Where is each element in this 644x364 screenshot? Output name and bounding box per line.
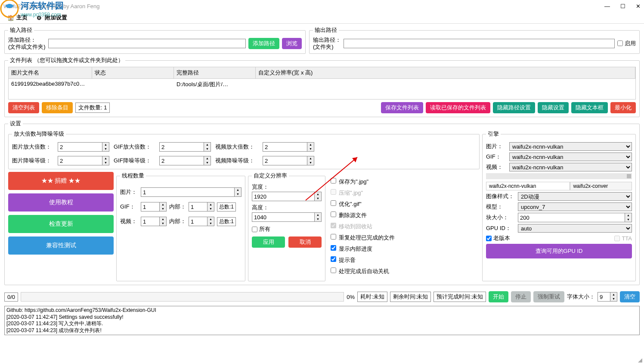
- save-list-button[interactable]: 保存文件列表: [381, 102, 423, 113]
- output-enable-checkbox[interactable]: 启用: [617, 40, 636, 47]
- optimize-gif-checkbox[interactable]: 优化".gif": [331, 200, 477, 208]
- compress-jpg-checkbox: 压缩".jpg": [331, 189, 477, 197]
- engine-gif-label: GIF：: [486, 153, 507, 161]
- read-list-button[interactable]: 读取已保存的文件列表: [426, 102, 490, 113]
- donate-button[interactable]: ★★ 捐赠 ★★: [8, 172, 114, 190]
- force-retry-button[interactable]: 强制重试: [533, 291, 564, 302]
- query-gpu-button[interactable]: 查询可用的GPU ID: [486, 244, 632, 258]
- hide-textbox-button[interactable]: 隐藏文本框: [571, 102, 608, 113]
- vid-dn-label: 视频降噪等级：: [215, 157, 258, 165]
- all-checkbox[interactable]: 所有: [252, 225, 322, 233]
- reprocess-checkbox[interactable]: 重复处理已完成的文件: [331, 234, 477, 242]
- auto-shutdown-checkbox[interactable]: 处理完成后自动关机: [331, 268, 477, 275]
- thread-gif-int-spinner[interactable]: ▲▼: [189, 202, 214, 212]
- tutorial-button[interactable]: 使用教程: [8, 193, 114, 212]
- options-group: 保存为".jpg" 压缩".jpg" 优化".gif" 删除源文件 移动到回收站…: [328, 172, 480, 281]
- engine-img-select[interactable]: waifu2x-ncnn-vulkan: [509, 142, 632, 151]
- thread-img-spinner[interactable]: ▲▼: [141, 187, 242, 197]
- check-update-button[interactable]: 检查更新: [8, 215, 114, 233]
- minimize-button[interactable]: 最小化: [610, 102, 636, 113]
- input-path-group: 输入路径 添加路径： (文件或文件夹) 添加路径 浏览: [4, 26, 306, 54]
- start-button[interactable]: 开始: [489, 291, 508, 302]
- stop-button[interactable]: 停止: [511, 291, 531, 302]
- thread-vid-spinner[interactable]: ▲▼: [141, 217, 167, 226]
- minimize-icon[interactable]: —: [604, 3, 610, 9]
- col-path: 完整路径: [174, 67, 256, 78]
- engine-img-label: 图片：: [486, 143, 507, 150]
- file-table-header: 图片文件名 状态 完整路径 自定义分辨率(宽 x 高): [8, 67, 636, 79]
- log-line: [2020-03-07 11:42:47] Settings saved suc…: [6, 314, 638, 321]
- vid-dn-spinner[interactable]: ▲▼: [263, 156, 314, 165]
- statusbar: ◢: [0, 337, 644, 345]
- style-select[interactable]: 2D动漫: [518, 192, 632, 201]
- img-dn-spinner[interactable]: ▲▼: [58, 156, 109, 165]
- remove-item-button[interactable]: 移除条目: [42, 102, 73, 113]
- vid-scale-spinner[interactable]: ▲▼: [263, 142, 314, 152]
- height-spinner[interactable]: ▲▼: [252, 212, 322, 222]
- oldver-checkbox[interactable]: 老版本: [486, 234, 510, 242]
- thread-gif-int-label: 内部：: [169, 203, 186, 211]
- threads-group: 线程数量 图片： ▲▼ GIF： ▲▼ 内部： ▲▼ 总数:1: [116, 172, 245, 281]
- file-table-body[interactable]: 61991992bea6be3897b7c0… D:/tools/桌面/图片/…: [8, 79, 636, 100]
- table-row[interactable]: 61991992bea6be3897b7c0… D:/tools/桌面/图片/…: [9, 79, 635, 90]
- window-title: Waifu2x-Extension-GUI by Aaron Feng: [3, 3, 100, 9]
- engine-tab-vulkan[interactable]: waifu2x-ncnn-vulkan: [486, 182, 570, 190]
- col-status: 状态: [92, 67, 174, 78]
- file-count: 文件数量: 1: [75, 103, 110, 113]
- cancel-button[interactable]: 取消: [288, 236, 322, 248]
- add-path-button[interactable]: 添加路径: [248, 38, 279, 49]
- browse-button[interactable]: 浏览: [282, 38, 302, 49]
- compat-test-button[interactable]: 兼容性测试: [8, 236, 114, 255]
- thread-vid-int-label: 内部：: [169, 218, 186, 225]
- engine-vid-select[interactable]: waifu2x-ncnn-vulkan: [509, 163, 632, 171]
- resize-grip-icon[interactable]: ◢: [638, 357, 642, 363]
- hide-path-button[interactable]: 隐藏路径设置: [493, 102, 535, 113]
- del-src-checkbox[interactable]: 删除源文件: [331, 212, 477, 219]
- engine-tab-converter[interactable]: waifu2x-conver: [570, 182, 632, 190]
- gif-scale-spinner[interactable]: ▲▼: [159, 142, 211, 152]
- engine-subtabs: waifu2x-ncnn-vulkan waifu2x-conver: [486, 182, 632, 190]
- clear-log-button[interactable]: 清空: [620, 291, 640, 302]
- width-spinner[interactable]: ▲▼: [252, 192, 322, 201]
- progress-percent: 0%: [347, 294, 355, 300]
- gif-dn-label: GIF降噪等级：: [114, 157, 155, 165]
- save-jpg-checkbox[interactable]: 保存为".jpg": [331, 178, 477, 186]
- engine-legend: 引擎: [486, 130, 501, 138]
- img-scale-spinner[interactable]: ▲▼: [58, 142, 109, 152]
- tta-checkbox: TTA: [614, 235, 632, 242]
- apply-button[interactable]: 应用: [252, 236, 285, 248]
- model-select[interactable]: upconv_7: [518, 202, 632, 211]
- log-line: [2020-03-07 11:44:23] 写入文件中,请稍等.: [6, 320, 638, 327]
- col-filename: 图片文件名: [9, 67, 92, 78]
- log-line: Github: https://github.com/AaronFeng753/…: [6, 307, 638, 314]
- elapsed-time: 耗时:未知: [357, 292, 387, 302]
- scroll-hint[interactable]: [486, 173, 632, 179]
- block-spinner[interactable]: ▲▼: [518, 213, 632, 222]
- tab-extra[interactable]: ⚙ 附加设置: [32, 12, 71, 23]
- model-label: 模型：: [486, 203, 515, 211]
- gpu-select[interactable]: auto: [518, 224, 632, 233]
- thread-vid-int-spinner[interactable]: ▲▼: [189, 217, 214, 226]
- home-icon: 🏠: [7, 14, 15, 22]
- thread-gif-spinner[interactable]: ▲▼: [141, 202, 167, 212]
- threads-legend: 线程数量: [120, 172, 146, 180]
- output-path-field[interactable]: [344, 39, 615, 48]
- log-textbox[interactable]: Github: https://github.com/AaronFeng753/…: [4, 306, 640, 335]
- tab-main[interactable]: 🏠 主页: [3, 12, 31, 23]
- gif-dn-spinner[interactable]: ▲▼: [159, 156, 211, 165]
- hide-settings-button[interactable]: 隐藏设置: [538, 102, 569, 113]
- clear-list-button[interactable]: 清空列表: [8, 102, 39, 113]
- fontsize-spinner[interactable]: ▲▼: [598, 292, 617, 302]
- show-progress-checkbox[interactable]: 显示内部进度: [331, 245, 477, 253]
- style-label: 图像样式：: [486, 193, 515, 200]
- close-icon[interactable]: ✕: [636, 3, 641, 9]
- sound-checkbox[interactable]: 提示音: [331, 256, 477, 264]
- engine-gif-select[interactable]: waifu2x-ncnn-vulkan: [509, 152, 632, 161]
- custom-res-legend: 自定义分辨率: [252, 172, 289, 180]
- output-path-group: 输出路径 输出路径： (文件夹) 启用: [309, 26, 640, 54]
- maximize-icon[interactable]: ☐: [620, 3, 625, 9]
- engine-group: 引擎 图片：waifu2x-ncnn-vulkan GIF：waifu2x-nc…: [482, 130, 636, 281]
- input-path-field[interactable]: [48, 39, 246, 48]
- block-label: 块大小：: [486, 214, 515, 221]
- thread-gif-label: GIF：: [120, 203, 138, 211]
